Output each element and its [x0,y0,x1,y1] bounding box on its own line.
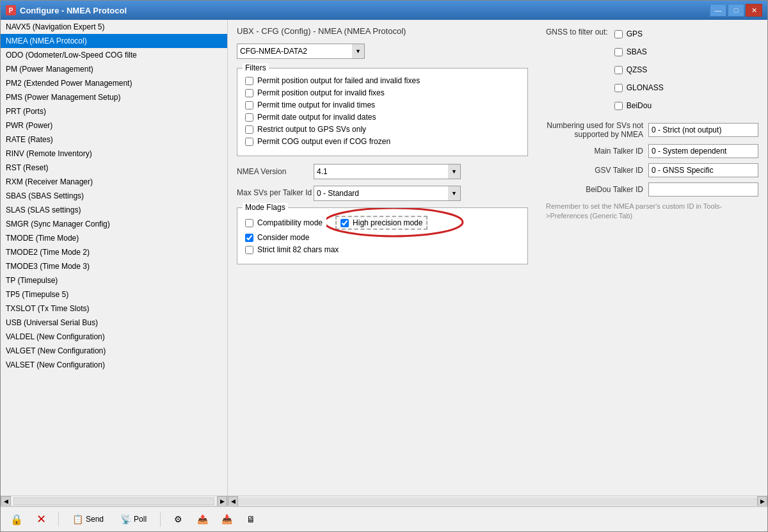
beidou-talker-row: BeiDou Talker ID [546,182,758,197]
scroll-right-btn[interactable]: ▶ [757,496,767,506]
config-dropdown[interactable]: CFG-NMEA-DATA2 CFG-NMEA-DATA1 [237,44,365,59]
consider-mode-row: Consider mode [245,233,520,242]
config-dropdown-wrapper: CFG-NMEA-DATA2 CFG-NMEA-DATA1 ▼ [237,44,365,59]
delete-button[interactable]: ✕ [31,510,51,528]
strict-limit-label: Strict limit 82 chars max [257,245,339,254]
toolbar-btn-5[interactable]: 📥 [217,510,236,528]
sidebar-item-8[interactable]: RATE (Rates) [1,133,227,147]
sidebar-item-23[interactable]: VALGET (New Configuration) [1,344,227,358]
send-label: Send [86,515,104,524]
app-icon: P [6,5,16,15]
right-outer: UBX - CFG (Config) - NMEA (NMEA Protocol… [228,20,767,506]
send-button[interactable]: 📋 Send [67,510,109,528]
gnss-item-3: GLONASS [614,83,664,92]
beidou-note: Remember to set the NMEA parser's custom… [546,202,758,222]
sidebar-item-0[interactable]: NAVX5 (Navigation Expert 5) [1,20,227,34]
gnss-label-1: SBAS [627,47,647,56]
toolbar-btn-3[interactable]: ⚙ [168,510,188,528]
sidebar-item-9[interactable]: RINV (Remote Inventory) [1,147,227,161]
gnss-item-1: SBAS [614,47,664,56]
sidebar-item-22[interactable]: VALDEL (New Configuration) [1,330,227,344]
gnss-checkbox-1[interactable] [614,48,623,56]
sidebar-item-18[interactable]: TP (Timepulse) [1,273,227,287]
sidebar-item-5[interactable]: PMS (Power Management Setup) [1,90,227,104]
content-row: UBX - CFG (Config) - NMEA (NMEA Protocol… [228,20,767,496]
filters-group: Filters Permit position output for faile… [237,68,528,156]
mode-flags-inner: Compatibility mode High precision mode [245,216,520,254]
filter-checkbox-0[interactable] [245,77,253,85]
sidebar-item-2[interactable]: ODO (Odometer/Low-Speed COG filte [1,48,227,62]
content-scrollbar[interactable]: ◀ ▶ [228,496,767,506]
gnss-checkbox-4[interactable] [614,102,623,110]
mode-flags-row1: Compatibility mode High precision mode [245,216,520,230]
filter-row-3: Permit date output for invalid dates [245,113,520,122]
sidebar-item-4[interactable]: PM2 (Extended Power Management) [1,76,227,90]
gnss-filter-label: GNSS to filter out: [546,26,614,36]
gnss-checkbox-0[interactable] [614,30,623,38]
gnss-label-0: GPS [627,29,643,38]
nmea-version-select[interactable]: 4.1 4.0 3.1 2.3 2.1 [314,164,461,179]
lock-button[interactable]: 🔒 [7,510,26,528]
gnss-label-2: QZSS [627,65,648,74]
gnss-item-0: GPS [614,29,664,38]
sidebar-item-12[interactable]: SBAS (SBAS Settings) [1,189,227,203]
sidebar-item-16[interactable]: TMODE2 (Time Mode 2) [1,245,227,259]
sidebar-item-3[interactable]: PM (Power Management) [1,62,227,76]
config-dropdown-row: CFG-NMEA-DATA2 CFG-NMEA-DATA1 ▼ [237,44,528,59]
sidebar-list[interactable]: NAVX5 (Navigation Expert 5)NMEA (NMEA Pr… [1,20,227,496]
filter-checkbox-4[interactable] [245,125,253,134]
sidebar-horizontal-scrollbar[interactable]: ◀ ▶ [1,496,227,506]
scroll-left-btn[interactable]: ◀ [228,496,238,506]
mode-flags-group: Mode Flags Compatibility mode [237,207,528,264]
sidebar-item-19[interactable]: TP5 (Timepulse 5) [1,287,227,302]
maximize-button[interactable]: □ [728,4,744,17]
high-precision-row: High precision mode [335,216,428,230]
max-svs-label: Max SVs per Talker Id [237,188,314,198]
sidebar-scroll-left[interactable]: ◀ [1,496,11,506]
toolbar-btn-6[interactable]: 🖥 [241,510,260,528]
gnss-label-4: BeiDou [627,101,652,110]
filter-checkbox-2[interactable] [245,101,253,109]
main-talker-label: Main Talker ID [546,147,648,156]
sidebar-item-11[interactable]: RXM (Receiver Manager) [1,175,227,189]
sidebar-item-21[interactable]: USB (Universal Serial Bus) [1,316,227,330]
filter-checkbox-1[interactable] [245,89,253,97]
high-precision-checkbox[interactable] [340,219,349,227]
close-button[interactable]: ✕ [746,4,762,17]
gnss-item-4: BeiDou [614,101,664,110]
strict-limit-checkbox[interactable] [245,246,253,254]
toolbar-btn-4[interactable]: 📤 [193,510,212,528]
sidebar-item-13[interactable]: SLAS (SLAS settings) [1,203,227,217]
minimize-button[interactable]: — [710,4,726,17]
strict-limit-row: Strict limit 82 chars max [245,245,520,254]
sidebar-item-10[interactable]: RST (Reset) [1,161,227,175]
gnss-filter-section: GNSS to filter out: GPSSBASQZSSGLONASSBe… [546,26,758,113]
filters-inner: Permit position output for failed and in… [245,76,520,146]
sidebar-item-7[interactable]: PWR (Power) [1,118,227,133]
sidebar-item-15[interactable]: TMODE (Time Mode) [1,231,227,245]
max-svs-select[interactable]: 0 - Standard 1 2 3 [314,186,461,201]
sidebar-item-17[interactable]: TMODE3 (Time Mode 3) [1,259,227,273]
sidebar-item-6[interactable]: PRT (Ports) [1,104,227,118]
sidebar-item-24[interactable]: VALSET (New Configuration) [1,358,227,372]
poll-button[interactable]: 📡 Poll [115,510,152,528]
section-title: UBX - CFG (Config) - NMEA (NMEA Protocol… [237,26,528,36]
filter-label-5: Permit COG output even if COG frozen [257,137,390,146]
beidou-talker-input[interactable] [648,182,758,197]
sidebar-item-20[interactable]: TXSLOT (Tx Time Slots) [1,302,227,316]
beidou-talker-label: BeiDou Talker ID [546,185,648,194]
sidebar-scroll-right[interactable]: ▶ [217,496,227,506]
nmea-version-row: NMEA Version 4.1 4.0 3.1 2.3 2.1 ▼ [237,164,528,179]
titlebar-buttons: — □ ✕ [710,4,762,17]
sidebar-item-14[interactable]: SMGR (Sync Manager Config) [1,217,227,231]
filter-label-0: Permit position output for failed and in… [257,76,420,85]
filter-checkbox-3[interactable] [245,113,253,122]
gnss-checkbox-2[interactable] [614,66,623,74]
main-talker-value: 0 - System dependent [648,144,758,158]
filter-checkbox-5[interactable] [245,138,253,146]
sidebar-item-1[interactable]: NMEA (NMEA Protocol) [1,34,227,48]
compat-mode-checkbox[interactable] [245,219,253,227]
gnss-checkbox-3[interactable] [614,84,623,92]
main-area: NAVX5 (Navigation Expert 5)NMEA (NMEA Pr… [1,20,767,506]
consider-mode-checkbox[interactable] [245,234,253,242]
